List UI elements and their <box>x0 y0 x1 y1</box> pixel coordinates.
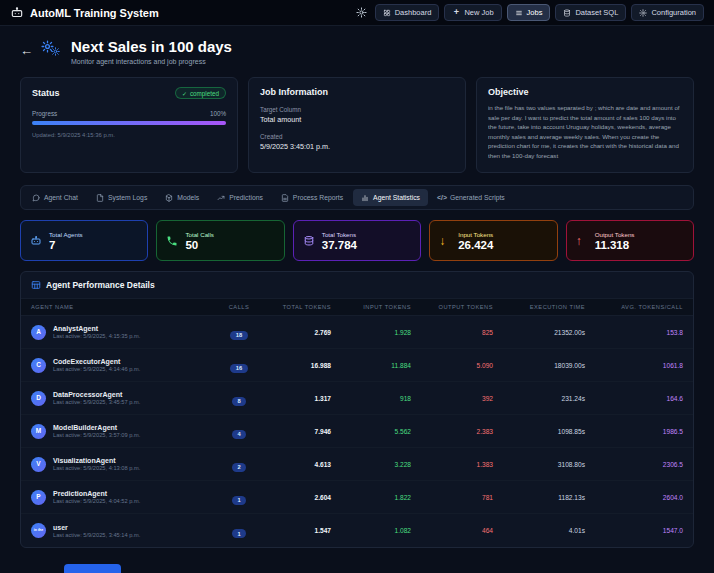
table-row: in the user Last active: 5/9/2025, 3:45:… <box>21 514 693 547</box>
tab-label: Agent Chat <box>44 194 78 201</box>
table-title: Agent Performance Details <box>46 280 155 290</box>
agent-name-cell: D DataProcessorAgent Last active: 5/9/20… <box>21 391 217 406</box>
agent-name-cell: in the user Last active: 5/9/2025, 3:45:… <box>21 523 217 538</box>
stat-card-output-tokens: ↑ Output Tokens 11.318 <box>566 220 694 261</box>
input-tokens-value: 3.228 <box>341 461 421 468</box>
agent-last-active: Last active: 5/9/2025, 4:13:08 p.m. <box>53 465 140 471</box>
nav-button-dashboard[interactable]: Dashboard <box>375 4 440 21</box>
avg-tokens-per-call-value: 153.8 <box>595 329 693 336</box>
calls-cell: 8 <box>217 389 261 407</box>
input-tokens-value: 1.928 <box>341 329 421 336</box>
tab-generated-scripts[interactable]: </> Generated Scripts <box>430 189 513 206</box>
code-icon: </> <box>438 194 446 202</box>
tab-system-logs[interactable]: System Logs <box>88 189 155 206</box>
calls-badge: 2 <box>232 463 246 472</box>
agent-name: DataProcessorAgent <box>53 391 140 398</box>
app-title: AutoML Training System <box>30 7 159 19</box>
total-tokens-value: 2.769 <box>261 329 341 336</box>
progress-value: 100% <box>210 110 226 117</box>
agent-name-cell: M ModelBuilderAgent Last active: 5/9/202… <box>21 424 217 439</box>
calls-cell: 16 <box>217 356 261 374</box>
back-button[interactable]: ← <box>20 43 33 58</box>
total-tokens-value: 1.317 <box>261 395 341 402</box>
agent-name: user <box>53 524 140 531</box>
output-tokens-value: 1.383 <box>421 461 503 468</box>
database-icon <box>563 9 571 17</box>
avg-tokens-per-call-value: 1986.5 <box>595 428 693 435</box>
tab-process-reports[interactable]: Process Reports <box>273 189 351 206</box>
table-row: M ModelBuilderAgent Last active: 5/9/202… <box>21 415 693 448</box>
agent-name-cell: P PredictionAgent Last active: 5/9/2025,… <box>21 490 217 505</box>
table-row: P PredictionAgent Last active: 5/9/2025,… <box>21 481 693 514</box>
agent-name: AnalystAgent <box>53 325 140 332</box>
cube-icon <box>165 194 173 202</box>
column-header-calls: Calls <box>217 299 261 315</box>
nav-button-new-job[interactable]: + New Job <box>444 4 501 21</box>
input-tokens-value: 918 <box>341 395 421 402</box>
table-row: A AnalystAgent Last active: 5/9/2025, 4:… <box>21 316 693 349</box>
execution-time-value: 231.24s <box>503 395 595 402</box>
page-head: ← Next Sales in 100 days Monitor agent i… <box>0 26 714 73</box>
progress-label: Progress <box>32 110 57 117</box>
calls-badge: 4 <box>232 430 246 439</box>
tab-models[interactable]: Models <box>157 189 207 206</box>
agent-name-cell: A AnalystAgent Last active: 5/9/2025, 4:… <box>21 325 217 340</box>
top-nav: Dashboard + New Job Jobs Dataset SQL Con… <box>354 4 704 21</box>
calls-cell: 1 <box>217 488 261 506</box>
stat-label: Total Tokens <box>322 231 357 238</box>
stat-label: Output Tokens <box>595 231 635 238</box>
agent-avatar: D <box>31 391 46 406</box>
total-tokens-value: 1.547 <box>261 527 341 534</box>
input-tokens-value: 1.822 <box>341 494 421 501</box>
nav-button-label: Jobs <box>527 8 543 17</box>
job-card-title: Job Information <box>260 87 454 97</box>
calls-cell: 1 <box>217 522 261 540</box>
status-card: Status ✓ completed Progress 100% Updated… <box>20 77 238 173</box>
avg-tokens-per-call-value: 164.6 <box>595 395 693 402</box>
dashboard-grid-icon <box>383 9 391 17</box>
calls-badge: 1 <box>232 496 246 505</box>
progress-bar <box>32 121 226 125</box>
input-tokens-value: 5.562 <box>341 428 421 435</box>
target-column-value: Total amount <box>260 115 454 124</box>
objective-card-title: Objective <box>488 87 682 97</box>
calls-badge: 1 <box>232 529 246 538</box>
app-logo-robot-icon <box>10 6 24 20</box>
total-tokens-value: 4.613 <box>261 461 341 468</box>
report-icon <box>281 194 289 202</box>
gears-icon <box>41 40 63 60</box>
nav-button-dataset-sql[interactable]: Dataset SQL <box>555 4 626 21</box>
tab-label: System Logs <box>108 194 147 201</box>
calls-badge: 16 <box>230 364 247 373</box>
tab-agent-statistics[interactable]: Agent Statistics <box>353 189 428 206</box>
arrow-up-icon: ↑ <box>576 235 588 247</box>
tab-predictions[interactable]: Predictions <box>209 189 271 206</box>
stat-value: 11.318 <box>595 239 635 251</box>
status-updated-text: Updated: 5/9/2025 4:15:36 p.m. <box>32 132 226 138</box>
created-value: 5/9/2025 3:45:01 p.m. <box>260 142 454 151</box>
target-column-label: Target Column <box>260 106 454 113</box>
agent-avatar: V <box>31 457 46 472</box>
stat-value: 37.784 <box>322 239 357 251</box>
nav-button-jobs[interactable]: Jobs <box>507 4 551 21</box>
app-root: AutoML Training System Dashboard + New J… <box>0 0 714 573</box>
nav-button-label: New Job <box>464 8 493 17</box>
agent-avatar: A <box>31 325 46 340</box>
total-tokens-value: 2.604 <box>261 494 341 501</box>
list-icon <box>515 9 523 17</box>
stats-row: Total Agents 7 Total Calls 50 Total Toke… <box>20 220 694 261</box>
coins-icon <box>303 235 315 247</box>
settings-gear-button[interactable] <box>354 5 370 21</box>
job-information-card: Job Information Target Column Total amou… <box>248 77 466 173</box>
brand: AutoML Training System <box>10 6 159 20</box>
nav-button-configuration[interactable]: Configuration <box>631 4 704 21</box>
cutoff-bottom-element[interactable] <box>64 564 121 573</box>
input-tokens-value: 1.082 <box>341 527 421 534</box>
tab-agent-chat[interactable]: Agent Chat <box>24 189 86 206</box>
output-tokens-value: 825 <box>421 329 503 336</box>
chat-icon <box>32 194 40 202</box>
gear-icon <box>639 9 647 17</box>
table-body: A AnalystAgent Last active: 5/9/2025, 4:… <box>21 316 693 547</box>
agent-name-cell: C CodeExecutorAgent Last active: 5/9/202… <box>21 358 217 373</box>
status-badge-label: completed <box>190 90 219 97</box>
